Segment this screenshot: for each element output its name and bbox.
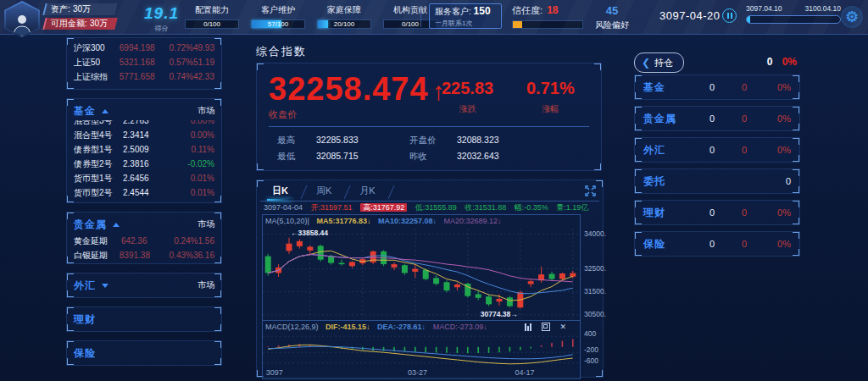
candle-info-line: 3097-04-04 开:31597.51 高:31767.92 低:31555… <box>260 202 599 214</box>
insurance-title: 保险 <box>74 346 96 361</box>
info-pct: 幅:-0.35% <box>515 203 548 212</box>
wealth-panel[interactable]: 理财 <box>66 306 222 332</box>
position-row-orders[interactable]: 委托 0 <box>634 168 800 194</box>
fund-row[interactable]: 混合型4号 2.3414 0.00% <box>74 128 214 142</box>
available-row: 可用金额: 30万 <box>42 18 117 30</box>
date-range-slider[interactable]: 3097.04.10 3100.04.10 <box>746 4 841 24</box>
trust-value: 18 <box>547 4 558 16</box>
macd-value: MACD:-273.09↓ <box>433 323 487 331</box>
positions-title: 持仓 <box>654 57 673 69</box>
served-clients-button[interactable]: 服务客户: 150 一月联系1次 <box>429 3 502 29</box>
avatar[interactable] <box>4 1 40 38</box>
score-box: 19.1 得分 <box>144 4 179 33</box>
funds-market-button[interactable]: 市场 <box>198 105 214 117</box>
dea-value: DEA:-278.61↓ <box>377 323 426 331</box>
top-bar: 资产: 30万 可用金额: 30万 19.1 得分 配置能力 0/100 客户维… <box>0 0 868 35</box>
metals-title[interactable]: 贵金属 <box>74 218 107 232</box>
info-close: 收:31531.88 <box>465 203 506 212</box>
score-value: 19.1 <box>144 4 179 23</box>
y-axis-label: 30500. <box>584 310 606 318</box>
clients-value: 150 <box>474 5 491 17</box>
position-row-forex[interactable]: 外汇 0 0 0% <box>634 137 800 163</box>
change-label: 涨跌 <box>442 103 493 115</box>
prev-close-label: 昨收 <box>409 151 457 163</box>
info-volume: 量:1.19亿 <box>556 203 588 212</box>
metal-row[interactable]: 黄金延期 642.36 0.24% 1.56 <box>74 234 214 248</box>
funds-panel: 基金 市场 混合型3号 2.2763 0.00% 混合型4号 2.3414 0.… <box>66 98 222 203</box>
game-date: 3097-04-20 <box>659 9 721 22</box>
info-low: 低:31555.89 <box>415 203 457 212</box>
total-value: 0 <box>767 56 773 68</box>
insurance-panel[interactable]: 保险 <box>66 340 222 366</box>
high-label: 最高 <box>277 135 316 146</box>
collapse-up-icon[interactable] <box>102 109 108 113</box>
position-row-insurance[interactable]: 保险 0 0 0% <box>634 231 800 257</box>
tab-weekly-k[interactable]: 周K <box>304 185 347 201</box>
fund-row[interactable]: 债券型1号 2.5009 0.11% <box>74 142 214 157</box>
low-label: 最低 <box>277 151 316 163</box>
indicator-bars-icon[interactable] <box>525 323 532 331</box>
chevron-left-icon: ❮ <box>642 57 650 69</box>
ability-progressbar: 20/100 <box>317 19 371 29</box>
x-axis-label: 03-27 <box>408 368 427 377</box>
positions-back-button[interactable]: ❮ 持仓 <box>634 52 684 73</box>
y-axis-label: 34000. <box>584 229 606 238</box>
ability-progressbar: 57/100 <box>251 19 305 29</box>
assets-value: 30万 <box>73 3 91 15</box>
fund-row[interactable]: 货币型2号 2.4544 0.01% <box>74 185 214 200</box>
ma10-value: MA10:32257.08↓ <box>378 217 437 225</box>
kline-panel: 日K 周K 月K 3097-04-04 开:31597.51 高:31767.9… <box>256 179 604 378</box>
indicator-window-icon[interactable] <box>542 323 550 331</box>
fullscreen-icon[interactable] <box>585 185 596 198</box>
collapse-down-icon[interactable] <box>102 284 108 288</box>
open-value: 32088.323 <box>457 135 589 146</box>
macd-y-axis-label: 400 <box>584 329 596 338</box>
range-end: 3100.04.10 <box>804 4 841 13</box>
funds-title[interactable]: 基金 <box>74 104 96 119</box>
range-track[interactable] <box>746 15 841 24</box>
x-axis: 309703-2704-17 <box>263 367 580 378</box>
index-row[interactable]: 上证50 5321.168 0.57% 51.19 <box>74 55 214 69</box>
available-value: 30万 <box>90 18 108 30</box>
y-axis-label: 31500. <box>584 287 606 295</box>
dif-value: DIF:-415.15↓ <box>326 323 370 331</box>
forex-panel: 外汇 市场 <box>66 273 222 298</box>
chart-area: MA(5,10,20)| MA5:31776.83↓ MA10:32257.08… <box>260 214 599 375</box>
risk-value: 45 <box>595 4 629 17</box>
position-row-wealth[interactable]: 理财 0 0 0% <box>634 200 800 225</box>
fund-row[interactable]: 混合型3号 2.2763 0.00% <box>74 120 214 128</box>
metal-row[interactable]: 白银延期 8391.38 0.43% 36.16 <box>74 248 214 262</box>
pause-button[interactable] <box>722 8 737 23</box>
indices-panel: 沪深300 6994.198 0.72% 49.93 上证50 5321.168… <box>66 37 222 90</box>
ma-prefix: MA(5,10,20)| <box>265 217 309 225</box>
kline-chart[interactable]: ←33858.4430774.38→ <box>263 229 578 318</box>
macd-legend: MACD(12,26,9) DIF:-415.15↓ DEA:-278.61↓ … <box>263 320 580 334</box>
high-value: 32285.833 <box>316 135 409 146</box>
metals-market-button[interactable]: 市场 <box>198 218 214 230</box>
position-row-funds[interactable]: 基金 0 0 0% <box>634 75 800 100</box>
close-indicator-icon[interactable]: ✕ <box>559 323 566 331</box>
ma20-value: MA20:32689.12↓ <box>444 217 502 225</box>
svg-text:30774.38→: 30774.38→ <box>481 310 518 318</box>
available-label: 可用金额: <box>51 18 87 30</box>
index-row[interactable]: 沪深300 6994.198 0.72% 49.93 <box>74 41 214 55</box>
forex-market-button[interactable]: 市场 <box>198 279 214 291</box>
index-summary-panel: 32258.474↑ 收盘价 225.83 涨跌 0.71% 涨幅 最高 322… <box>256 63 602 171</box>
clients-sub: 一月联系1次 <box>435 19 496 28</box>
info-date: 3097-04-04 <box>264 203 303 212</box>
fund-row[interactable]: 货币型1号 2.6456 0.01% <box>74 171 214 185</box>
tab-daily-k[interactable]: 日K <box>260 185 303 201</box>
assets-label: 资产: <box>51 3 70 15</box>
x-axis-label: 04-17 <box>515 368 535 377</box>
tab-monthly-k[interactable]: 月K <box>348 185 390 201</box>
ability-progressbar: 0/100 <box>383 19 437 29</box>
index-row[interactable]: 上证综指 5771.658 0.74% 42.33 <box>74 69 214 84</box>
ability-allocation: 配置能力 0/100 <box>185 4 239 29</box>
fund-row[interactable]: 债券型2号 2.3816 -0.02% <box>74 157 214 171</box>
forex-title[interactable]: 外汇 <box>74 279 96 293</box>
macd-y-axis-label: -200 <box>584 345 598 354</box>
gear-icon[interactable]: ⚙ <box>841 6 863 28</box>
position-row-metals[interactable]: 贵金属 0 0 0% <box>634 106 800 131</box>
collapse-up-icon[interactable] <box>113 223 120 227</box>
macd-chart[interactable] <box>263 334 578 366</box>
